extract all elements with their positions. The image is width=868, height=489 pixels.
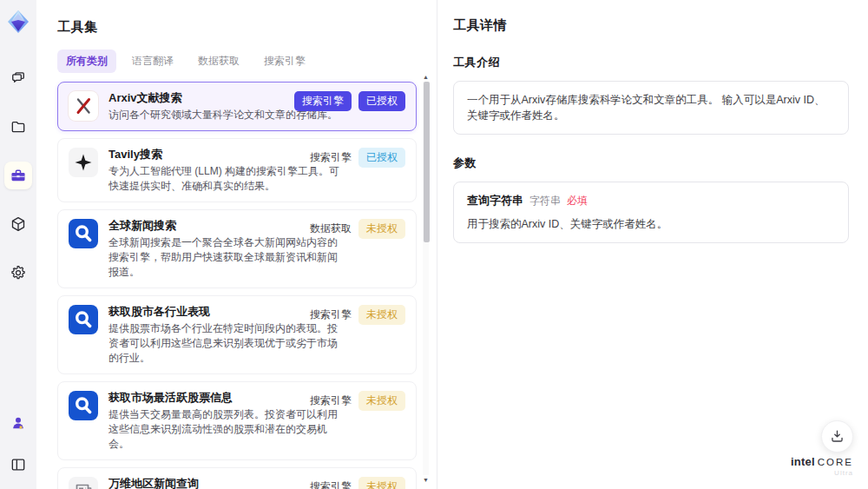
tool-card-category: 搜索引擎 (310, 393, 352, 408)
tool-card-category: 搜索引擎 (310, 150, 352, 165)
tool-detail-panel: 工具详情 工具介绍 一个用于从Arxiv存储库搜索科学论文和文章的工具。 输入可… (437, 0, 868, 489)
tool-card-auth-badge: 未授权 (358, 219, 405, 239)
tool-card[interactable]: Arxiv文献搜索 访问各个研究领域大量科学论文和文章的存储库。 搜索引擎 已授… (57, 82, 417, 131)
tool-card-category: 数据获取 (310, 221, 352, 236)
brand-core-text: CORE (818, 457, 853, 467)
tool-card-description: 提供当天交易量最高的股票列表。投资者可以利用这些信息来识别流动性强的股票和潜在的… (108, 407, 345, 452)
intro-heading: 工具介绍 (453, 55, 849, 70)
chat-icon (10, 69, 27, 87)
param-type: 字符串 (529, 194, 561, 208)
tool-card-icon (69, 305, 98, 334)
tool-card-category: 搜索引擎 (310, 307, 352, 322)
scrollbar-thumb[interactable] (424, 82, 430, 242)
tool-card[interactable]: 获取股市各行业表现 提供股票市场各个行业在特定时间段内的表现。投资者可以利用这些… (57, 295, 417, 374)
tool-card-icon (69, 91, 98, 121)
tool-card-badges: 搜索引擎 已授权 (294, 91, 405, 111)
param-name: 查询字符串 (467, 193, 523, 208)
tool-card-auth-badge: 已授权 (358, 148, 405, 168)
params-heading: 参数 (453, 155, 849, 171)
scrollbar-up-icon[interactable]: ▲ (422, 73, 430, 81)
download-button[interactable] (821, 420, 853, 453)
scrollbar-down-icon[interactable]: ▼ (422, 476, 430, 484)
sidebar (0, 0, 36, 489)
tool-card-badges: 数据获取 未授权 (310, 219, 405, 239)
tool-card-auth-badge: 未授权 (358, 391, 405, 411)
toolbox-icon (10, 167, 27, 184)
tool-card-category: 搜索引擎 (294, 91, 352, 111)
category-tab[interactable]: 数据获取 (189, 50, 248, 73)
brand-intel-text: intel (791, 455, 815, 468)
app-window: 工具集 所有类别语言翻译数据获取搜索引擎 Arxiv文献搜索 访问各个研究领域大… (0, 0, 868, 489)
sparkle-icon (69, 148, 98, 177)
gear-icon (10, 264, 27, 281)
tool-card-description: 提供股票市场各个行业在特定时间段内的表现。投资者可以利用这些信息来识别表现优于或… (108, 321, 345, 366)
tool-card-icon (69, 391, 98, 420)
tool-card-title: 万维地区新闻查询 (108, 476, 338, 489)
newspaper-icon (69, 477, 98, 489)
param-required-badge: 必填 (567, 194, 588, 208)
intro-text: 一个用于从Arxiv存储库搜索科学论文和文章的工具。 输入可以是Arxiv ID… (467, 92, 835, 123)
tool-card-auth-badge: 已授权 (358, 91, 405, 111)
scrollbar-track[interactable] (423, 82, 429, 475)
sidebar-bottom (4, 409, 32, 479)
tool-card-auth-badge: 未授权 (358, 477, 405, 489)
download-icon (829, 428, 845, 445)
param-description: 用于搜索的Arxiv ID、关键字或作者姓名。 (467, 216, 835, 232)
category-tabs: 所有类别语言翻译数据获取搜索引擎 (57, 50, 437, 73)
folder-icon (10, 118, 27, 135)
param-box: 查询字符串 字符串 必填 用于搜索的Arxiv ID、关键字或作者姓名。 (453, 182, 849, 243)
tool-card-badges: 搜索引擎 已授权 (310, 148, 405, 168)
tool-card[interactable]: Tavily搜索 专为人工智能代理 (LLM) 构建的搜索引擎工具。可快速提供实… (57, 138, 417, 202)
arxiv-icon (69, 91, 98, 121)
sidebar-item-chat[interactable] (4, 64, 32, 92)
intel-core-logo: intelCORE Ultra (791, 455, 853, 477)
panel-toggle-icon (10, 456, 27, 473)
tool-card[interactable]: 获取市场最活跃股票信息 提供当天交易量最高的股票列表。投资者可以利用这些信息来识… (57, 381, 417, 460)
detail-panel-title: 工具详情 (453, 17, 849, 34)
user-icon (10, 414, 27, 432)
sidebar-item-toolbox[interactable] (4, 162, 32, 189)
search-globe-icon (69, 391, 98, 420)
tool-list: Arxiv文献搜索 访问各个研究领域大量科学论文和文章的存储库。 搜索引擎 已授… (57, 82, 417, 489)
tool-card-badges: 搜索引擎 未授权 (310, 391, 405, 411)
category-tab[interactable]: 搜索引擎 (255, 50, 314, 73)
category-tab[interactable]: 语言翻译 (123, 50, 182, 73)
tool-card-badges: 搜索引擎 未授权 (310, 305, 405, 325)
tool-card-description: 全球新闻搜索是一个聚合全球各大新闻网站内容的搜索引擎，帮助用户快速获取全球最新资… (108, 235, 345, 280)
category-tab[interactable]: 所有类别 (57, 50, 116, 73)
brand-sub-text: Ultra (791, 469, 853, 477)
tool-card[interactable]: 全球新闻搜索 全球新闻搜索是一个聚合全球各大新闻网站内容的搜索引擎，帮助用户快速… (57, 209, 417, 288)
sidebar-item-collapse[interactable] (4, 451, 32, 479)
sidebar-item-settings[interactable] (4, 259, 32, 287)
tool-card-icon (69, 219, 98, 248)
tool-card[interactable]: 万维地区新闻查询 查询具体行政区划内的新闻，快速了解各地新闻动 搜索引擎 未授权 (57, 467, 417, 489)
tool-card-badges: 搜索引擎 未授权 (310, 477, 405, 489)
tool-card-category: 搜索引擎 (310, 479, 352, 489)
sidebar-item-account[interactable] (4, 409, 32, 437)
search-globe-icon (69, 219, 98, 248)
app-logo-icon (5, 9, 31, 35)
tool-card-icon (69, 477, 98, 489)
tool-card-icon (69, 148, 98, 177)
tool-card-description: 专为人工智能代理 (LLM) 构建的搜索引擎工具。可快速提供实时、准确和真实的结… (108, 164, 345, 194)
sidebar-nav (4, 64, 32, 287)
sidebar-item-models[interactable] (4, 210, 32, 238)
tools-panel: 工具集 所有类别语言翻译数据获取搜索引擎 Arxiv文献搜索 访问各个研究领域大… (36, 0, 437, 489)
list-scrollbar[interactable]: ▲ ▼ (422, 73, 430, 484)
intro-box: 一个用于从Arxiv存储库搜索科学论文和文章的工具。 输入可以是Arxiv ID… (453, 81, 849, 135)
tools-panel-title: 工具集 (57, 19, 437, 36)
cube-icon (10, 215, 27, 233)
sidebar-item-files[interactable] (4, 113, 32, 141)
tool-card-auth-badge: 未授权 (358, 305, 405, 325)
search-globe-icon (69, 305, 98, 334)
